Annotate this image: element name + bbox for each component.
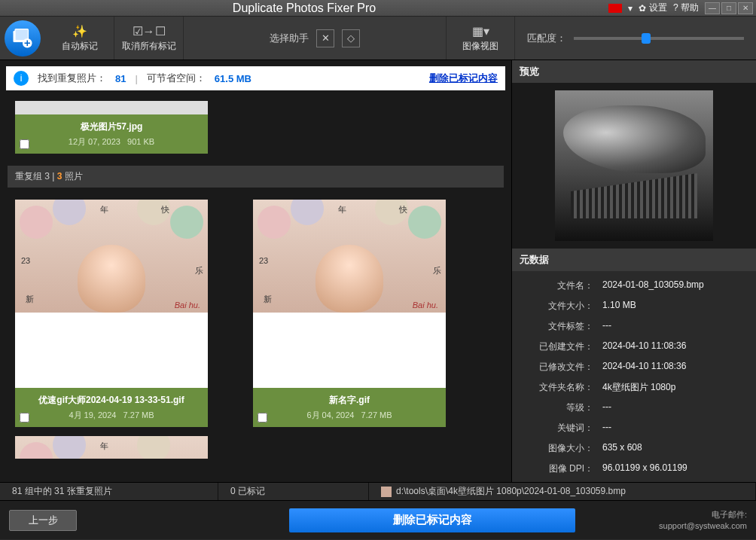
photo-card[interactable]: 极光图片57.jpg 12月 07, 2023 901 KB [15, 101, 208, 154]
toolbar: ✨ 自动标记 ☑→☐ 取消所有标记 选择助手 ✕ ◇ ▦▾ 图像视图 匹配度： [0, 17, 756, 60]
save-value: 61.5 MB [215, 73, 251, 84]
back-button[interactable]: 上一步 [9, 510, 77, 531]
meta-value: 2024-01-08_103059.bmp [593, 279, 747, 292]
app-title: Duplicate Photos Fixer Pro [0, 2, 608, 15]
photo-filename: 优速gif大师2024-04-19 13-33-51.gif [18, 394, 205, 407]
status-bar: 81 组中的 31 张重复照片 0 已标记 d:\tools\桌面\4k壁纸图片… [0, 482, 756, 500]
settings-link[interactable]: 设置 [649, 2, 667, 14]
photo-card[interactable]: 年 [15, 436, 208, 459]
app-logo [0, 17, 45, 59]
photo-meta: 6月 04, 2024 7.27 MB [256, 410, 443, 421]
meta-value: 635 x 608 [593, 442, 747, 455]
unmark-all-label: 取消所有标记 [122, 40, 176, 53]
meta-value: 1.10 MB [593, 300, 747, 313]
photo-card[interactable]: 23年快乐新Bai hu. 新名字.gif 6月 04, 2024 7.27 M… [253, 200, 446, 427]
status-marked: 0 已标记 [218, 483, 369, 500]
meta-value: 96.01199 x 96.01199 [593, 462, 747, 475]
photo-card[interactable]: 23年快乐新Bai hu. 优速gif大师2024-04-19 13-33-51… [15, 200, 208, 427]
image-view-button[interactable]: ▦▾ 图像视图 [446, 17, 515, 59]
auto-mark-label: 自动标记 [62, 40, 98, 53]
bottom-bar: 上一步 删除已标记内容 电子邮件: support@systweak.com [0, 500, 756, 539]
meta-value: 2024-04-10 11:08:36 [593, 361, 747, 374]
meta-key: 文件夹名称： [521, 381, 593, 394]
meta-value: --- [593, 401, 747, 414]
unmark-all-button[interactable]: ☑→☐ 取消所有标记 [114, 17, 184, 59]
help-link[interactable]: ? 帮助 [673, 2, 699, 14]
preview-title: 预览 [512, 60, 756, 83]
photo-meta: 4月 19, 2024 7.27 MB [18, 410, 205, 421]
meta-key: 已创建文件： [521, 340, 593, 353]
toolbar-middle: 选择助手 ✕ ◇ [184, 17, 446, 59]
maximize-button[interactable]: □ [721, 2, 736, 14]
mark-checkbox[interactable] [20, 139, 29, 149]
match-slider-section: 匹配度： [515, 17, 756, 59]
preview-area [512, 83, 756, 249]
metadata-title: 元数据 [512, 249, 756, 271]
status-path: d:\tools\桌面\4k壁纸图片 1080p\2024-01-08_1030… [369, 483, 756, 500]
photo-thumbnail: 23年快乐新Bai hu. [15, 200, 208, 313]
metadata-table: 文件名：2024-01-08_103059.bmp 文件大小：1.10 MB 文… [512, 271, 756, 482]
summary-bar: i 找到重复照片： 81 | 可节省空间： 61.5 MB 删除已标记内容 [6, 66, 505, 90]
meta-key: 文件大小： [521, 300, 593, 313]
wand-icon: ✨ [72, 24, 87, 38]
gear-icon[interactable]: ✿ [639, 3, 646, 14]
meta-value: --- [593, 422, 747, 435]
dropdown-icon[interactable]: ▾ [628, 3, 633, 14]
photo-thumbnail: 年 [15, 436, 208, 459]
photo-meta: 12月 07, 2023 901 KB [18, 136, 205, 148]
results-scroll[interactable]: 极光图片57.jpg 12月 07, 2023 901 KB 重复组 3 | 3… [0, 96, 511, 482]
photo-filename: 新名字.gif [256, 394, 443, 407]
delete-marked-button[interactable]: 删除已标记内容 [289, 508, 575, 532]
image-view-label: 图像视图 [462, 40, 498, 53]
meta-key: 图像 DPI： [521, 462, 593, 475]
support-email: 电子邮件: support@systweak.com [659, 509, 747, 531]
found-label: 找到重复照片： [38, 72, 106, 85]
close-button[interactable]: ✕ [738, 2, 753, 14]
save-label: 可节省空间： [147, 72, 206, 85]
meta-key: 等级： [521, 401, 593, 414]
info-icon: i [14, 71, 29, 86]
photo-thumbnail [15, 101, 208, 114]
match-slider[interactable] [574, 37, 744, 40]
folder-icon [381, 487, 392, 497]
grid-icon: ▦▾ [472, 24, 489, 38]
mark-checkbox[interactable] [20, 413, 29, 423]
meta-key: 文件名： [521, 279, 593, 292]
preview-panel: 预览 元数据 文件名：2024-01-08_103059.bmp 文件大小：1.… [512, 60, 756, 482]
meta-key: 关键词： [521, 422, 593, 435]
group-header: 重复组 3 | 3 照片 [8, 166, 504, 188]
meta-value: --- [593, 320, 747, 333]
delete-marked-link[interactable]: 删除已标记内容 [429, 72, 498, 85]
minimize-button[interactable]: — [705, 2, 720, 14]
auto-mark-button[interactable]: ✨ 自动标记 [45, 17, 114, 59]
meta-key: 文件标签： [521, 320, 593, 333]
helper-tool-2[interactable]: ◇ [342, 29, 360, 47]
preview-image [555, 90, 713, 241]
photo-filename: 极光图片57.jpg [18, 121, 205, 133]
found-value: 81 [115, 73, 126, 84]
language-flag-icon[interactable] [608, 4, 622, 13]
match-label: 匹配度： [527, 32, 566, 45]
meta-key: 已修改文件： [521, 361, 593, 374]
results-panel: i 找到重复照片： 81 | 可节省空间： 61.5 MB 删除已标记内容 极光… [0, 60, 512, 482]
titlebar: Duplicate Photos Fixer Pro ▾ ✿ 设置 ? 帮助 —… [0, 0, 756, 17]
meta-key: 图像大小： [521, 442, 593, 455]
mark-checkbox[interactable] [258, 413, 267, 423]
meta-value: 2024-04-10 11:08:36 [593, 340, 747, 353]
unmark-icon: ☑→☐ [133, 24, 166, 38]
status-groups: 81 组中的 31 张重复照片 [0, 483, 218, 500]
helper-tool-1[interactable]: ✕ [316, 29, 334, 47]
photo-thumbnail: 23年快乐新Bai hu. [253, 200, 446, 313]
select-helper-label: 选择助手 [270, 32, 309, 45]
meta-value: 4k壁纸图片 1080p [593, 381, 747, 394]
